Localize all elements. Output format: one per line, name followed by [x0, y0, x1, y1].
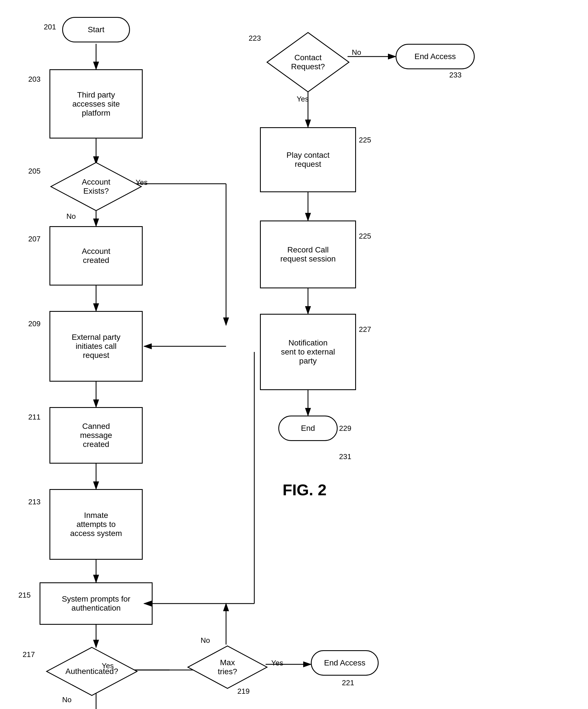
fig-label: FIG. 2	[283, 480, 327, 499]
end-access-top: End Access	[396, 44, 475, 69]
flowchart-diagram: Start 201 Third partyaccesses siteplatfo…	[0, 0, 588, 709]
yes-label-217: Yes	[102, 661, 114, 670]
label-215: 215	[18, 591, 30, 600]
yes-label-205: Yes	[136, 178, 148, 187]
label-225: 225	[359, 136, 371, 145]
label-211: 211	[28, 413, 41, 421]
node-209: External partyinitiates callrequest	[49, 311, 143, 382]
label-203: 203	[28, 75, 41, 84]
label-227: 227	[359, 325, 371, 334]
node-221: End Access	[311, 650, 379, 676]
label-231: 231	[339, 452, 351, 461]
node-219: Maxtries?	[186, 645, 268, 690]
label-217: 217	[23, 650, 35, 659]
node-207: Accountcreated	[49, 226, 143, 286]
label-219: 219	[237, 687, 249, 696]
yes-label-223: Yes	[297, 95, 309, 103]
label-213: 213	[28, 498, 41, 506]
start-node: Start	[62, 17, 130, 43]
node-217: Authenticated?	[45, 646, 138, 697]
node-223: ContactRequest?	[266, 31, 350, 93]
label-209: 209	[28, 319, 41, 328]
label-223: 223	[249, 34, 261, 43]
node-record-call: Record Callrequest session	[260, 220, 356, 288]
node-end: End	[278, 416, 338, 441]
node-215: System prompts forauthentication	[39, 582, 153, 625]
node-213: Inmateattempts toaccess system	[49, 489, 143, 560]
node-203: Third partyaccesses siteplatform	[49, 69, 143, 138]
label-226: 225	[359, 232, 371, 241]
node-notification: Notificationsent to externalparty	[260, 314, 356, 390]
label-229: 229	[339, 424, 351, 433]
no-label-223: No	[352, 48, 361, 57]
label-233: 233	[449, 71, 461, 79]
yes-label-219: Yes	[271, 659, 283, 667]
no-label-205: No	[66, 212, 76, 221]
label-221: 221	[342, 679, 354, 687]
label-201: 201	[44, 23, 56, 31]
label-205: 205	[28, 167, 41, 176]
node-play-contact: Play contactrequest	[260, 127, 356, 192]
no-label-219: No	[201, 636, 210, 645]
label-207: 207	[28, 235, 41, 243]
node-211: Cannedmessagecreated	[49, 407, 143, 464]
no-label-217: No	[62, 695, 72, 704]
node-205: AccountExists?	[49, 161, 143, 212]
